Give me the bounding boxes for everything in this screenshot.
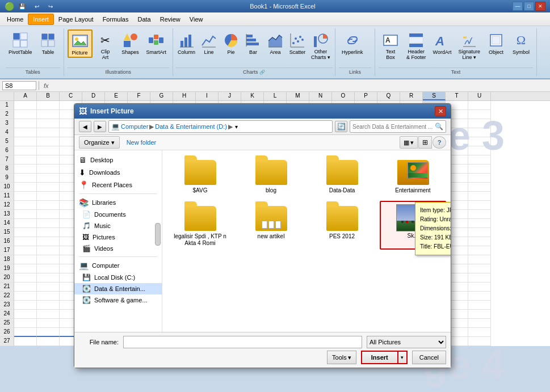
sidebar-data-entertainment[interactable]: 💽 Data & Entertain... — [74, 283, 162, 294]
picture-button[interactable]: Picture — [68, 29, 93, 58]
dialog-title-bar: 🖼 Insert Picture ✕ — [74, 104, 451, 119]
file-item-newartikel[interactable]: new artikel — [238, 201, 304, 250]
ribbon: PivotTable Table Tables Picture — [0, 26, 550, 79]
sidebar-documents[interactable]: 📄 Documents — [74, 209, 162, 220]
sidebar-downloads[interactable]: ⬇ Downloads — [74, 166, 162, 179]
sidebar-videos[interactable]: 🎬 Videos — [74, 243, 162, 254]
line-chart-button[interactable]: Line — [198, 29, 220, 57]
file-item-legalisir[interactable]: legalisir Spdi , KTP n Akta 4 Romi — [167, 201, 233, 250]
svg-rect-18 — [180, 41, 183, 47]
wordart-button[interactable]: A WordArt — [430, 29, 455, 57]
sidebar-scrollbar[interactable] — [155, 223, 161, 246]
maximize-btn[interactable]: □ — [524, 2, 534, 11]
nav-back-button[interactable]: ◀ — [79, 121, 91, 132]
refresh-button[interactable]: 🔄 — [335, 121, 347, 132]
quick-redo[interactable]: ↪ — [48, 3, 53, 10]
breadcrumb-computer[interactable]: Computer — [121, 123, 148, 130]
organize-label: Organize — [84, 139, 110, 146]
sidebar-local-disk[interactable]: 💾 Local Disk (C:) — [74, 272, 162, 283]
svg-rect-5 — [48, 33, 54, 40]
pivot-table-label: PivotTable — [9, 49, 32, 55]
area-chart-button[interactable]: Area — [264, 29, 286, 57]
breadcrumb-dropdown[interactable]: ▾ — [234, 124, 239, 130]
sidebar-music[interactable]: 🎵 Music — [74, 220, 162, 231]
object-button[interactable]: Object — [484, 29, 508, 57]
cancel-button[interactable]: Cancel — [412, 351, 446, 364]
quick-undo[interactable]: ↩ — [35, 3, 39, 10]
music-icon: 🎵 — [82, 222, 91, 230]
view-button[interactable]: ▦ ▾ — [400, 136, 418, 149]
file-item-pes2012[interactable]: PES 2012 — [309, 201, 375, 250]
svg-rect-2 — [13, 40, 20, 47]
nav-forward-button[interactable]: ▶ — [94, 121, 106, 132]
downloads-label: Downloads — [89, 169, 120, 176]
menu-data[interactable]: Data — [133, 14, 155, 25]
search-box: 🔍 — [350, 120, 446, 133]
view-options-group: ▦ ▾ ⊞ ? — [400, 136, 446, 149]
pie-chart-button[interactable]: Pie — [220, 29, 242, 57]
close-btn[interactable]: ✕ — [535, 2, 545, 11]
insert-button[interactable]: Insert — [361, 351, 397, 364]
sidebar-desktop[interactable]: 🖥 Desktop — [74, 154, 162, 166]
tools-button[interactable]: Tools ▾ — [327, 351, 356, 364]
quick-save[interactable]: 💾 — [19, 3, 26, 10]
column-chart-button[interactable]: Column — [175, 29, 198, 57]
menu-view[interactable]: View — [185, 14, 208, 25]
svg-text:A: A — [385, 36, 391, 44]
formula-bar: S8 fx — [0, 79, 550, 92]
file-item-blog[interactable]: blog — [238, 155, 304, 196]
app-icon: 🟢 — [5, 2, 14, 11]
insert-dropdown-button[interactable]: ▾ — [397, 351, 408, 364]
sidebar-divider-1 — [79, 193, 157, 194]
filetype-select[interactable]: All Pictures All Files — [367, 336, 446, 348]
symbol-button[interactable]: Ω Symbol — [509, 29, 533, 57]
help-button[interactable]: ? — [433, 136, 446, 149]
menu-formulas[interactable]: Formulas — [98, 14, 133, 25]
file-item-skip[interactable]: Sk... Item type: JPEG image Rating: Unra… — [380, 201, 446, 250]
file-item-datadata[interactable]: Data-Data — [309, 155, 375, 196]
cell-reference-box[interactable]: S8 — [2, 81, 36, 90]
minimize-btn[interactable]: — — [513, 2, 523, 11]
menu-home[interactable]: Home — [2, 14, 28, 25]
pivot-table-button[interactable]: PivotTable — [6, 29, 35, 57]
sidebar-recent-places[interactable]: 📍 Recent Places — [74, 179, 162, 191]
sidebar-libraries[interactable]: 📚 Libraries — [74, 196, 162, 209]
text-box-button[interactable]: A TextBox — [379, 29, 402, 62]
shapes-button[interactable]: Shapes — [119, 29, 142, 57]
show-pane-button[interactable]: ⊞ — [418, 136, 432, 149]
file-item-savg[interactable]: $AVG — [167, 155, 233, 196]
clip-art-button[interactable]: ✂ ClipArt — [94, 29, 117, 62]
music-label: Music — [94, 222, 111, 229]
svg-point-12 — [131, 33, 137, 40]
signature-label: SignatureLine ▾ — [458, 49, 480, 61]
computer-icon: 💻 — [79, 261, 89, 270]
sidebar-software[interactable]: 💽 Software & game... — [74, 294, 162, 306]
svg-point-30 — [292, 42, 295, 44]
filename-input[interactable] — [123, 336, 362, 348]
shapes-label: Shapes — [121, 49, 139, 55]
search-input[interactable] — [352, 124, 434, 130]
sidebar-pictures[interactable]: 🖼 Pictures — [74, 231, 162, 243]
menu-insert[interactable]: Insert — [28, 14, 54, 25]
bar-chart-button[interactable]: Bar — [242, 29, 264, 57]
svg-rect-19 — [184, 37, 187, 47]
table-button[interactable]: Table — [36, 29, 60, 57]
organize-button[interactable]: Organize ▾ — [79, 136, 120, 149]
sidebar-computer[interactable]: 💻 Computer — [74, 259, 162, 272]
menu-page-layout[interactable]: Page Layout — [54, 14, 98, 25]
scatter-chart-button[interactable]: Scatter — [287, 29, 308, 57]
header-footer-button[interactable]: Header& Footer — [404, 29, 429, 62]
menu-review[interactable]: Review — [156, 14, 185, 25]
hyperlink-button[interactable]: Hyperlink — [339, 29, 366, 57]
dialog-close-button[interactable]: ✕ — [435, 106, 446, 116]
other-charts-button[interactable]: OtherCharts ▾ — [309, 29, 333, 62]
svg-rect-6 — [41, 40, 48, 47]
signature-button[interactable]: SignatureLine ▾ — [455, 29, 483, 62]
formula-input[interactable] — [53, 82, 548, 90]
file-blog-name: blog — [266, 187, 276, 193]
breadcrumb-drive[interactable]: Data & Entertainment (D:) — [155, 123, 227, 130]
new-folder-button[interactable]: New folder — [122, 136, 161, 149]
file-item-entertainment[interactable]: Entertainment — [380, 155, 446, 196]
file-grid: $AVG blog — [162, 150, 451, 332]
smartart-button[interactable]: SmartArt — [144, 29, 170, 57]
